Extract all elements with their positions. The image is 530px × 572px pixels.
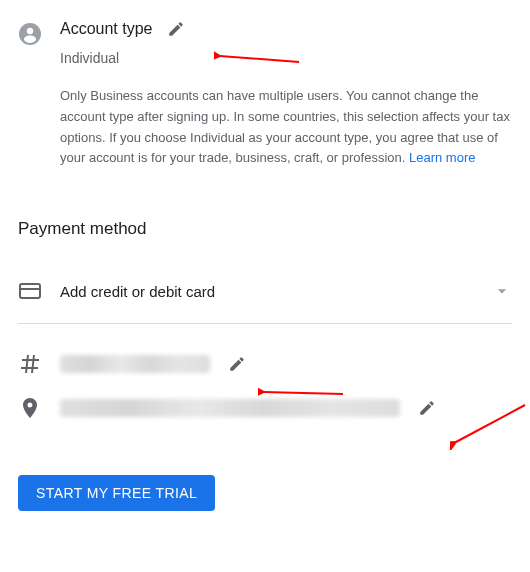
card-number-value <box>60 355 210 373</box>
add-card-label: Add credit or debit card <box>60 283 474 300</box>
svg-point-1 <box>27 28 33 34</box>
payment-method-heading: Payment method <box>18 219 512 239</box>
account-type-title: Account type <box>60 20 153 38</box>
hash-icon <box>18 352 42 376</box>
svg-rect-2 <box>20 284 40 298</box>
divider <box>18 323 512 324</box>
edit-account-type-icon[interactable] <box>167 20 185 38</box>
learn-more-link[interactable]: Learn more <box>409 150 475 165</box>
add-card-row[interactable]: Add credit or debit card <box>18 267 512 315</box>
address-row <box>18 386 512 430</box>
annotation-arrow <box>210 525 310 531</box>
edit-address-icon[interactable] <box>418 399 436 417</box>
account-type-value: Individual <box>60 50 512 66</box>
card-number-row <box>18 342 512 386</box>
credit-card-icon <box>18 279 42 303</box>
start-trial-button[interactable]: START MY FREE TRIAL <box>18 475 215 511</box>
account-type-description: Only Business accounts can have multiple… <box>60 86 512 169</box>
chevron-down-icon <box>492 281 512 301</box>
edit-card-number-icon[interactable] <box>228 355 246 373</box>
person-icon <box>18 22 42 46</box>
address-value <box>60 399 400 417</box>
location-icon <box>18 396 42 420</box>
